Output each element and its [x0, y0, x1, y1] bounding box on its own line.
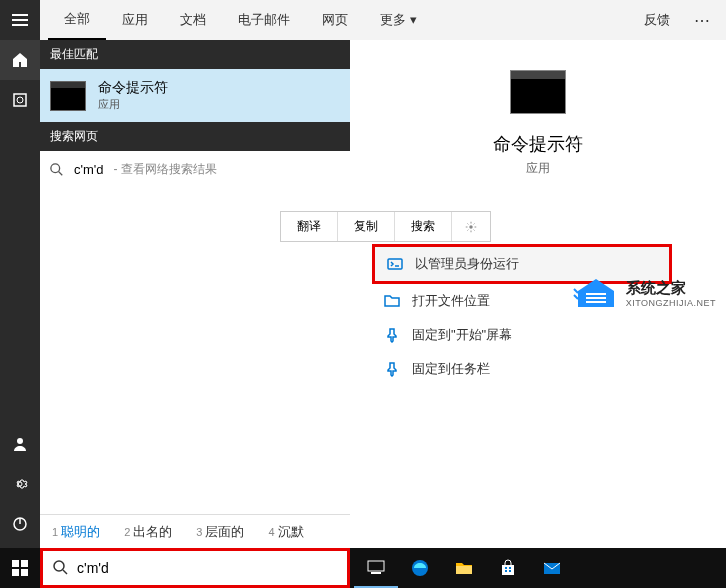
start-button[interactable]: [0, 548, 40, 588]
svg-rect-15: [21, 569, 28, 576]
taskbar: [0, 548, 726, 588]
tab-apps[interactable]: 应用: [106, 1, 164, 39]
store-icon[interactable]: [486, 548, 530, 588]
search-icon: [53, 560, 69, 576]
taskbar-search[interactable]: [40, 548, 350, 588]
preview-subtitle: 应用: [526, 160, 550, 177]
search-icon: [50, 163, 64, 177]
web-search-item[interactable]: c'm'd - 查看网络搜索结果: [40, 151, 350, 188]
edge-icon[interactable]: [398, 548, 442, 588]
search-input[interactable]: [77, 560, 337, 576]
feedback-link[interactable]: 反馈: [636, 3, 678, 37]
svg-rect-19: [371, 572, 381, 574]
ime-candidate-1[interactable]: 1聪明的: [40, 515, 112, 549]
svg-point-2: [17, 438, 23, 444]
svg-line-6: [59, 171, 63, 175]
tab-more[interactable]: 更多 ▾: [364, 1, 433, 39]
power-icon[interactable]: [0, 504, 40, 544]
ime-candidate-2[interactable]: 2出名的: [112, 515, 184, 549]
best-match-title: 命令提示符: [98, 79, 168, 97]
context-toolbar: 翻译 复制 搜索: [280, 211, 491, 242]
context-settings-icon[interactable]: [452, 212, 490, 241]
start-sidebar: [0, 0, 40, 548]
watermark-icon: [572, 275, 620, 311]
taskview-icon[interactable]: [354, 548, 398, 588]
svg-point-7: [469, 225, 473, 229]
watermark-url: XITONGZHIJIA.NET: [626, 298, 716, 308]
filter-tabs: 全部 应用 文档 电子邮件 网页 更多 ▾ 反馈 ⋯: [40, 0, 726, 40]
results-panel: 最佳匹配 命令提示符 应用 搜索网页 c'm'd - 查看网络搜索结果: [40, 40, 350, 548]
ime-candidate-4[interactable]: 4沉默: [256, 515, 315, 549]
settings-icon[interactable]: [0, 464, 40, 504]
watermark: 系统之家 XITONGZHIJIA.NET: [572, 275, 716, 311]
svg-rect-8: [388, 259, 402, 269]
preview-app-icon: [510, 70, 566, 114]
svg-rect-23: [509, 567, 511, 569]
svg-rect-12: [12, 560, 19, 567]
svg-rect-21: [456, 566, 472, 574]
svg-point-5: [51, 163, 60, 172]
recent-icon[interactable]: [0, 80, 40, 120]
cmd-app-icon: [50, 81, 86, 111]
pin-taskbar-action[interactable]: 固定到任务栏: [372, 352, 672, 386]
svg-rect-22: [505, 567, 507, 569]
user-icon[interactable]: [0, 424, 40, 464]
tab-web[interactable]: 网页: [306, 1, 364, 39]
best-match-item[interactable]: 命令提示符 应用: [40, 69, 350, 122]
tab-email[interactable]: 电子邮件: [222, 1, 306, 39]
preview-title: 命令提示符: [493, 132, 583, 156]
pin-icon: [384, 361, 400, 377]
menu-icon[interactable]: [0, 0, 40, 40]
web-search-header: 搜索网页: [40, 122, 350, 151]
web-search-hint: - 查看网络搜索结果: [114, 161, 217, 178]
svg-rect-25: [509, 570, 511, 572]
folder-icon: [384, 293, 400, 309]
svg-point-1: [17, 97, 23, 103]
best-match-subtitle: 应用: [98, 97, 168, 112]
svg-rect-10: [586, 297, 606, 299]
pin-start-action[interactable]: 固定到"开始"屏幕: [372, 318, 672, 352]
search-button[interactable]: 搜索: [395, 212, 452, 241]
svg-rect-0: [14, 94, 26, 106]
action-list: 以管理员身份运行 打开文件位置 固定到"开始"屏幕 固定到任务栏: [372, 244, 672, 386]
svg-line-17: [63, 570, 67, 574]
tab-docs[interactable]: 文档: [164, 1, 222, 39]
svg-rect-13: [21, 560, 28, 567]
tab-all[interactable]: 全部: [48, 0, 106, 40]
svg-point-16: [54, 561, 64, 571]
admin-icon: [387, 256, 403, 272]
svg-rect-9: [586, 293, 606, 295]
svg-rect-18: [368, 561, 384, 571]
explorer-icon[interactable]: [442, 548, 486, 588]
svg-rect-24: [505, 570, 507, 572]
svg-rect-11: [586, 301, 606, 303]
web-search-query: c'm'd: [74, 162, 104, 177]
ime-candidate-3[interactable]: 3层面的: [184, 515, 256, 549]
mail-icon[interactable]: [530, 548, 574, 588]
translate-button[interactable]: 翻译: [281, 212, 338, 241]
best-match-header: 最佳匹配: [40, 40, 350, 69]
ime-suggestions: 1聪明的 2出名的 3层面的 4沉默: [40, 514, 350, 548]
pin-icon: [384, 327, 400, 343]
more-options-icon[interactable]: ⋯: [686, 3, 718, 38]
copy-button[interactable]: 复制: [338, 212, 395, 241]
watermark-title: 系统之家: [626, 279, 716, 298]
home-icon[interactable]: [0, 40, 40, 80]
svg-rect-14: [12, 569, 19, 576]
